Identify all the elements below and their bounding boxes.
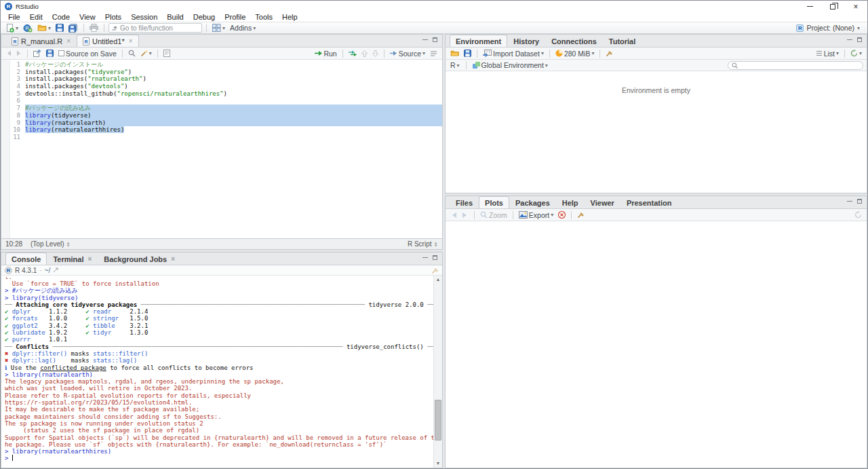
new-file-button[interactable]: ▾ <box>4 22 20 33</box>
pane-minimize-icon[interactable] <box>847 201 852 202</box>
minimize-button[interactable] <box>798 1 821 12</box>
tab-console[interactable]: Console <box>5 252 47 265</box>
refresh-environment-button[interactable]: ▾ <box>849 48 863 59</box>
previous-plot-button[interactable] <box>449 210 458 221</box>
panes-layout-button[interactable]: ▾ <box>211 22 226 33</box>
save-workspace-button[interactable] <box>462 48 473 59</box>
tab-connections[interactable]: Connections <box>545 35 603 47</box>
new-project-button[interactable]: R <box>22 22 34 33</box>
menu-help[interactable]: Help <box>277 12 302 22</box>
code-line[interactable]: 9library(rnaturalearth) <box>10 119 442 127</box>
addins-button[interactable]: Addins ▾ <box>229 22 257 33</box>
clear-plots-button[interactable] <box>576 210 586 221</box>
tab-r-manual[interactable]: R R_manual.R × <box>5 35 77 47</box>
tab-help[interactable]: Help <box>556 196 585 208</box>
compile-report-button[interactable] <box>162 48 172 59</box>
scroll-up-icon[interactable]: ▲ <box>436 276 441 284</box>
language-selector[interactable]: R ▾ <box>449 60 461 71</box>
tab-background-jobs[interactable]: Background Jobs × <box>98 252 181 265</box>
close-tab-icon[interactable]: × <box>66 37 71 45</box>
goto-file-input[interactable] <box>120 24 195 32</box>
pane-maximize-icon[interactable] <box>857 37 862 42</box>
pane-minimize-icon[interactable] <box>422 39 428 40</box>
close-tab-icon[interactable]: × <box>87 255 92 263</box>
console-output[interactable]: l: Use `force = TRUE` to force installat… <box>1 276 433 468</box>
load-workspace-button[interactable] <box>449 48 460 59</box>
doc-type-selector[interactable]: R Script ⇕ <box>408 240 438 248</box>
find-replace-button[interactable] <box>127 48 137 59</box>
open-directory-icon[interactable] <box>53 267 59 273</box>
environment-search[interactable] <box>728 61 863 70</box>
environment-scope-selector[interactable]: Global Environment ▾ <box>471 60 549 71</box>
run-button[interactable]: Run <box>313 48 338 59</box>
refresh-plots-button[interactable] <box>853 210 863 221</box>
rerun-button[interactable] <box>347 48 358 59</box>
tab-viewer[interactable]: Viewer <box>585 196 620 208</box>
tab-presentation[interactable]: Presentation <box>620 196 678 208</box>
scrollbar-thumb[interactable] <box>435 400 441 440</box>
memory-usage-button[interactable]: 280 MiB ▾ <box>554 48 596 59</box>
environment-search-input[interactable] <box>740 62 859 69</box>
pane-maximize-icon[interactable] <box>857 199 862 204</box>
code-line[interactable]: 1#パッケージのインストール <box>10 61 442 69</box>
close-tab-icon[interactable]: × <box>171 255 175 263</box>
go-next-section-button[interactable] <box>371 48 380 59</box>
go-prev-section-button[interactable] <box>360 48 369 59</box>
menu-code[interactable]: Code <box>47 12 75 22</box>
code-line[interactable]: 4install.packages("devtools") <box>10 83 442 90</box>
tab-plots[interactable]: Plots <box>479 196 509 208</box>
tab-environment[interactable]: Environment <box>450 35 507 47</box>
pane-minimize-icon[interactable] <box>847 39 852 40</box>
working-directory[interactable]: ~/ <box>45 267 51 274</box>
menu-tools[interactable]: Tools <box>250 12 277 22</box>
code-line[interactable]: 2install.packages("tidyverse") <box>10 69 442 76</box>
menu-profile[interactable]: Profile <box>220 12 250 22</box>
code-line[interactable]: 3install.packages("rnaturalearth") <box>10 75 442 83</box>
code-editor[interactable]: 1#パッケージのインストール2install.packages("tidyver… <box>1 60 442 238</box>
close-button[interactable]: × <box>844 1 867 12</box>
list-view-button[interactable]: List ▾ <box>814 48 840 59</box>
tab-files[interactable]: Files <box>450 196 479 208</box>
nav-forward-button[interactable] <box>15 48 23 59</box>
clear-environment-button[interactable] <box>604 48 614 59</box>
pane-minimize-icon[interactable] <box>422 257 428 258</box>
nav-back-button[interactable] <box>5 48 13 59</box>
project-menu-button[interactable]: R Project: (None) ▾ <box>796 24 864 32</box>
menu-plots[interactable]: Plots <box>100 12 126 22</box>
menu-build[interactable]: Build <box>162 12 188 22</box>
pane-maximize-icon[interactable] <box>433 255 437 260</box>
editor-save-button[interactable] <box>45 48 55 59</box>
code-area[interactable]: 1#パッケージのインストール2install.packages("tidyver… <box>10 60 442 238</box>
save-button[interactable] <box>54 22 65 33</box>
code-line[interactable]: 10library(rnaturalearthhires) <box>10 126 442 134</box>
clear-console-icon[interactable] <box>431 267 439 274</box>
close-tab-icon[interactable]: × <box>129 37 133 45</box>
zoom-plot-button[interactable]: Zoom <box>479 210 509 221</box>
scope-selector[interactable]: (Top Level) ⇕ <box>31 240 71 248</box>
menu-file[interactable]: File <box>3 12 25 22</box>
menu-debug[interactable]: Debug <box>189 12 220 22</box>
tab-untitled1[interactable]: R Untitled1* × <box>77 35 139 47</box>
tab-packages[interactable]: Packages <box>509 196 556 208</box>
code-line[interactable]: 8library(tidyverse) <box>10 112 442 119</box>
save-all-button[interactable] <box>67 22 79 33</box>
source-button[interactable]: Source ▾ <box>389 48 427 59</box>
popout-window-button[interactable] <box>32 48 43 59</box>
remove-plot-button[interactable] <box>557 210 567 221</box>
code-tools-button[interactable]: ▾ <box>139 48 153 59</box>
pane-maximize-icon[interactable] <box>433 37 437 42</box>
code-line[interactable]: 11 <box>10 134 442 141</box>
tab-terminal[interactable]: Terminal × <box>47 252 98 265</box>
source-on-save-checkbox[interactable]: Source on Save <box>57 48 118 59</box>
console-scrollbar[interactable]: ▲ ▼ <box>433 276 442 468</box>
tab-tutorial[interactable]: Tutorial <box>603 35 642 47</box>
document-outline-button[interactable] <box>429 48 439 59</box>
tab-history[interactable]: History <box>507 35 545 47</box>
code-line[interactable]: 6 <box>10 97 442 105</box>
restore-button[interactable] <box>821 1 844 12</box>
export-plot-button[interactable]: Export ▾ <box>517 210 555 221</box>
open-file-button[interactable]: ▾ <box>36 22 52 33</box>
goto-file-search[interactable] <box>108 23 202 33</box>
print-button[interactable] <box>88 22 100 33</box>
menu-edit[interactable]: Edit <box>25 12 47 22</box>
